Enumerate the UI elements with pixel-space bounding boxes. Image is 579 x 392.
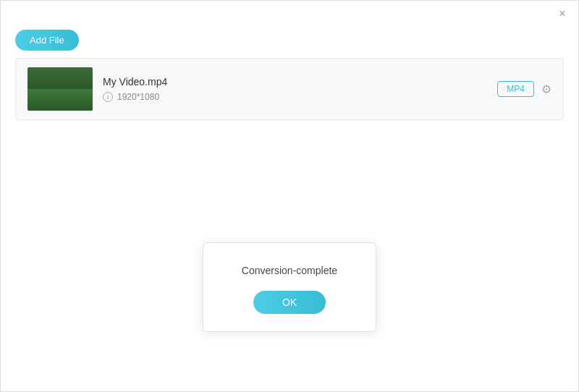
file-resolution: 1920*1080 (117, 92, 159, 102)
file-name: My Video.mp4 (103, 76, 487, 88)
file-actions: MP4 ⚙ (497, 81, 551, 97)
modal-overlay: Conversion-complete OK (1, 120, 578, 392)
modal-ok-button[interactable]: OK (253, 291, 326, 314)
title-bar: × (1, 1, 578, 27)
info-icon: i (103, 92, 113, 102)
content-area: Conversion-complete OK MP4 MOV (1, 120, 578, 392)
modal-title: Conversion-complete (221, 265, 358, 276)
close-button[interactable]: × (555, 7, 570, 21)
add-file-button[interactable]: Add File (15, 30, 79, 51)
file-meta: i 1920*1080 (103, 92, 487, 102)
file-list: My Video.mp4 i 1920*1080 MP4 ⚙ (15, 58, 564, 120)
conversion-complete-modal: Conversion-complete OK (203, 242, 376, 332)
header: Add File (1, 27, 578, 58)
settings-icon[interactable]: ⚙ (541, 82, 551, 96)
file-info: My Video.mp4 i 1920*1080 (103, 76, 487, 102)
format-badge[interactable]: MP4 (497, 81, 534, 97)
file-thumbnail (28, 67, 93, 111)
